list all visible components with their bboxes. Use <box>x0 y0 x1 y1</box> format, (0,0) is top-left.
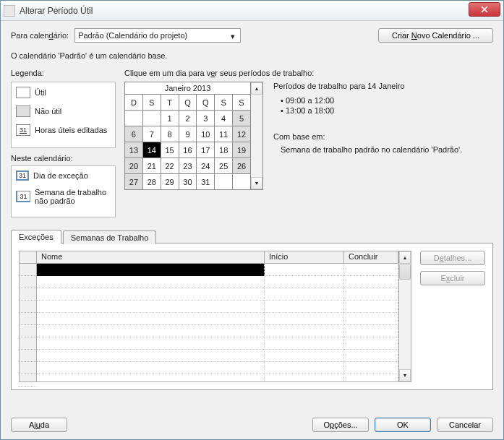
grid-row[interactable] <box>37 276 398 288</box>
grid-row-header[interactable] <box>20 264 36 276</box>
calendar-day[interactable]: 3 <box>197 111 215 126</box>
calendar-day[interactable] <box>125 111 143 126</box>
calendar-combo[interactable]: Padrão (Calendário do projeto) ▾ <box>74 28 241 43</box>
cell-name[interactable] <box>37 374 265 381</box>
calendar-day[interactable]: 21 <box>142 158 161 174</box>
cell-start[interactable] <box>265 362 344 374</box>
delete-button[interactable]: Excluir <box>420 271 485 285</box>
cell-start[interactable] <box>265 325 344 337</box>
grid-row-header[interactable] <box>20 276 36 288</box>
calendar-table[interactable]: DSTQQSS123456789101112131415161718192021… <box>124 94 251 190</box>
calendar-day[interactable]: 1 <box>161 111 179 126</box>
calendar-day[interactable]: 15 <box>161 142 179 158</box>
calendar-day[interactable]: 14 <box>142 142 161 158</box>
cell-name[interactable] <box>37 264 265 276</box>
calendar-day[interactable]: 28 <box>142 174 161 190</box>
grid-row[interactable] <box>37 288 398 301</box>
grid-row-header[interactable] <box>20 288 36 301</box>
calendar-day[interactable]: 17 <box>197 142 215 158</box>
close-button[interactable] <box>469 2 500 17</box>
cell-start[interactable] <box>265 276 344 288</box>
grid-row-header[interactable] <box>20 325 36 337</box>
tab-exceptions[interactable]: Exceções <box>11 230 61 243</box>
grid-body[interactable] <box>37 264 398 381</box>
calendar-day[interactable] <box>142 111 161 126</box>
calendar-day[interactable]: 25 <box>215 158 233 174</box>
calendar-day[interactable]: 11 <box>215 126 233 142</box>
cell-start[interactable] <box>265 313 344 325</box>
cell-name[interactable] <box>37 325 265 337</box>
calendar-day[interactable]: 30 <box>179 174 197 190</box>
cell-start[interactable] <box>265 264 344 276</box>
grid-row[interactable] <box>37 374 398 381</box>
calendar-day[interactable] <box>215 174 233 190</box>
calendar-day[interactable]: 29 <box>161 174 179 190</box>
calendar-day[interactable]: 4 <box>215 111 233 126</box>
calendar-scroll-down[interactable]: ▾ <box>251 177 262 189</box>
grid-row-header[interactable] <box>20 374 36 387</box>
cell-finish[interactable] <box>344 337 398 350</box>
col-start[interactable]: Início <box>265 251 344 264</box>
grid-row-header[interactable] <box>20 337 36 350</box>
calendar-day[interactable]: 19 <box>233 142 251 158</box>
grid-row[interactable] <box>37 301 398 313</box>
cell-finish[interactable] <box>344 288 398 301</box>
calendar-day[interactable]: 27 <box>125 174 143 190</box>
calendar-day[interactable]: 5 <box>233 111 251 126</box>
cell-finish[interactable] <box>344 325 398 337</box>
cell-name[interactable] <box>37 350 265 362</box>
cell-name[interactable] <box>37 362 265 374</box>
calendar-day[interactable] <box>233 174 251 190</box>
calendar-day[interactable]: 8 <box>161 126 179 142</box>
grid-row[interactable] <box>37 325 398 337</box>
calendar-day[interactable]: 2 <box>179 111 197 126</box>
grid-row-header[interactable] <box>20 313 36 325</box>
cell-name[interactable] <box>37 313 265 325</box>
cancel-button[interactable]: Cancelar <box>437 418 493 432</box>
grid-scroll-thumb[interactable] <box>399 264 411 280</box>
cell-start[interactable] <box>265 288 344 301</box>
tab-workweeks[interactable]: Semanas de Trabalho <box>63 230 157 244</box>
grid-row[interactable] <box>37 350 398 362</box>
calendar-day[interactable]: 9 <box>179 126 197 142</box>
new-calendar-button[interactable]: Criar Novo Calendário ... <box>378 28 493 43</box>
calendar-day[interactable]: 24 <box>197 158 215 174</box>
col-finish[interactable]: Concluir <box>344 251 398 264</box>
calendar-day[interactable]: 6 <box>125 126 143 142</box>
cell-start[interactable] <box>265 374 344 381</box>
calendar-day[interactable]: 13 <box>125 142 143 158</box>
options-button[interactable]: Opções... <box>312 418 369 432</box>
cell-finish[interactable] <box>344 350 398 362</box>
calendar-scrollbar[interactable]: ▴ ▾ <box>251 82 263 190</box>
grid-scrollbar[interactable]: ▴ ▾ <box>398 251 411 381</box>
cell-finish[interactable] <box>344 313 398 325</box>
grid-row[interactable] <box>37 362 398 374</box>
grid-row-header[interactable] <box>20 350 36 362</box>
help-button[interactable]: Ajuda <box>11 418 67 432</box>
grid-scroll-up[interactable]: ▴ <box>399 251 411 264</box>
calendar-day[interactable]: 18 <box>215 142 233 158</box>
calendar-day[interactable]: 20 <box>125 158 143 174</box>
details-button[interactable]: Detalhes... <box>420 251 485 265</box>
cell-finish[interactable] <box>344 301 398 313</box>
calendar-day[interactable]: 16 <box>179 142 197 158</box>
grid-row[interactable] <box>37 264 398 276</box>
cell-finish[interactable] <box>344 362 398 374</box>
calendar-day[interactable]: 7 <box>142 126 161 142</box>
calendar-day[interactable]: 22 <box>161 158 179 174</box>
cell-start[interactable] <box>265 337 344 350</box>
exceptions-grid[interactable]: Nome Início Concluir ▴ ▾ <box>19 251 411 382</box>
cell-start[interactable] <box>265 350 344 362</box>
cell-name[interactable] <box>37 276 265 288</box>
calendar-day[interactable]: 12 <box>233 126 251 142</box>
cell-finish[interactable] <box>344 276 398 288</box>
grid-row[interactable] <box>37 313 398 325</box>
col-name[interactable]: Nome <box>37 251 265 264</box>
cell-finish[interactable] <box>344 264 398 276</box>
cell-name[interactable] <box>37 288 265 301</box>
grid-scroll-down[interactable]: ▾ <box>399 369 411 381</box>
cell-finish[interactable] <box>344 374 398 381</box>
grid-row-header[interactable] <box>20 301 36 313</box>
calendar-day[interactable]: 23 <box>179 158 197 174</box>
cell-name[interactable] <box>37 301 265 313</box>
